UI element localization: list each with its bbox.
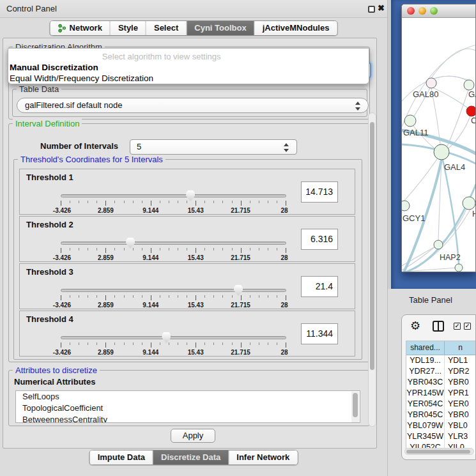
tab-jactivemnodules[interactable]: jActiveMNodules <box>255 21 337 35</box>
table-row[interactable]: YDR27...YDR2 <box>406 366 476 377</box>
attributes-group: Attributes to discretize Numerical Attri… <box>8 370 370 426</box>
number-of-intervals-spinner[interactable]: 5 <box>130 139 297 155</box>
node-gal4[interactable] <box>434 144 449 160</box>
table-row[interactable]: YLR345WYLR3 <box>406 431 476 442</box>
tab-infer-network[interactable]: Infer Network <box>229 450 297 464</box>
table-horizontal-scrollbar[interactable] <box>404 448 474 455</box>
top-tab-bar: Network Style Select Cyni Toolbox jActiv… <box>50 20 338 36</box>
apply-button[interactable]: Apply <box>171 429 215 443</box>
threshold-4-slider[interactable]: -3.4262.8599.14415.4321.71528 <box>61 334 286 357</box>
tab-cyni-toolbox[interactable]: Cyni Toolbox <box>187 21 254 35</box>
tab-network[interactable]: Network <box>50 21 111 35</box>
threshold-1-value-field[interactable]: 14.713 <box>301 181 338 203</box>
node-bottom[interactable] <box>455 264 463 272</box>
checkbox-icon[interactable]: ✓ <box>454 323 461 330</box>
threshold-2-box: Threshold 2 -3.4262.8599.14415.4321.7152… <box>19 216 355 262</box>
dropdown-placeholder: Select algorithm to view settings <box>8 52 314 61</box>
list-item[interactable]: TopologicalCoefficient <box>16 403 360 414</box>
slider-track[interactable] <box>61 289 286 292</box>
thresholds-group-title: Threshold's Coordinates for 5 Intervals <box>18 155 165 164</box>
content-vertical-scrollbar[interactable] <box>368 112 376 427</box>
threshold-2-value-field[interactable]: 6.316 <box>301 229 338 250</box>
list-item[interactable]: SelfLoops <box>16 391 360 403</box>
threshold-4-value-field[interactable]: 11.344 <box>301 323 338 344</box>
table-panel-card: ⚙ ✓ ✓ shared... n YDL19...YDL1 YDR27...Y… <box>401 314 476 460</box>
network-window[interactable]: GAL80 GA GAL11 C GAL4 GCY1 H HAP2 <box>401 4 476 272</box>
node-gcy1[interactable] <box>402 201 410 211</box>
cyni-toolbox-content: Discretization Algorithm Table Data galF… <box>3 38 377 449</box>
slider-scale: -3.4262.8599.14415.4321.71528 <box>61 254 286 262</box>
node-hap2[interactable] <box>434 240 443 249</box>
node-label: GA <box>468 89 476 99</box>
table-row[interactable]: YER054CYER0 <box>406 399 476 410</box>
float-window-icon[interactable] <box>368 6 375 13</box>
algorithm-dropdown-popup: Select algorithm to view settings Manual… <box>8 48 369 84</box>
control-panel: Control Panel ✖ Network Style Select Cyn… <box>0 0 388 476</box>
scrollbar-thumb[interactable] <box>370 122 374 370</box>
table-panel-title: Table Panel <box>409 295 452 305</box>
node-label: C <box>471 116 476 125</box>
table-row[interactable]: YBR045CYBR0 <box>406 410 476 420</box>
list-scrollbar[interactable] <box>351 392 359 423</box>
tab-style[interactable]: Style <box>111 21 146 35</box>
node-red[interactable] <box>466 106 476 116</box>
table-row[interactable]: YBL079WYBL0 <box>406 420 476 431</box>
threshold-4-box: Threshold 4 -3.4262.8599.14415.4321.7152… <box>19 311 355 357</box>
threshold-1-slider-thumb[interactable] <box>186 190 195 201</box>
slider-track[interactable] <box>61 242 286 245</box>
threshold-3-slider[interactable]: -3.4262.8599.14415.4321.71528 <box>61 287 286 310</box>
close-icon[interactable]: ✖ <box>378 3 385 13</box>
table-data-selected-value: galFiltered.sif default node <box>25 100 122 110</box>
node-gal80[interactable] <box>426 78 436 88</box>
threshold-1-box: Threshold 1 -3.4262.8599.14415.4321.7152… <box>19 169 355 215</box>
thresholds-group: Threshold's Coordinates for 5 Intervals … <box>13 159 362 360</box>
node-label: GAL11 <box>403 128 429 137</box>
tab-impute-data[interactable]: Impute Data <box>90 450 153 464</box>
threshold-3-value-field[interactable]: 21.4 <box>301 276 338 297</box>
app-root: Control Panel ✖ Network Style Select Cyn… <box>0 0 476 476</box>
node-gal11[interactable] <box>404 115 416 127</box>
network-icon <box>58 24 66 33</box>
interval-group-title: Interval Definition <box>13 119 82 128</box>
table-header: shared... n <box>406 341 476 355</box>
table-data-group-title: Table Data <box>17 84 61 94</box>
node-upper-right[interactable] <box>464 80 474 90</box>
tab-discretize-data[interactable]: Discretize Data <box>153 450 229 464</box>
column-header-shared-name[interactable]: shared... <box>406 341 445 355</box>
threshold-3-box: Threshold 3 -3.4262.8599.14415.4321.7152… <box>19 263 355 309</box>
scrollbar-thumb[interactable] <box>406 450 470 454</box>
table-row[interactable]: YBR043CYBR0 <box>406 377 476 388</box>
option-manual-discretization[interactable]: Manual Discretization <box>10 63 98 72</box>
intervals-value: 5 <box>137 142 141 151</box>
threshold-2-slider[interactable]: -3.4262.8599.14415.4321.71528 <box>61 240 286 263</box>
slider-track[interactable] <box>61 194 286 197</box>
node-h[interactable] <box>463 197 475 210</box>
table-row[interactable]: YPR145WYPR1 <box>406 388 476 399</box>
threshold-1-slider[interactable]: -3.4262.8599.14415.4321.71528 <box>61 192 286 215</box>
spinner-updown-arrows-icon <box>283 142 289 153</box>
minimize-traffic-light[interactable] <box>418 7 426 15</box>
tab-label: Network <box>70 23 102 33</box>
close-traffic-light[interactable] <box>407 7 415 15</box>
node-label: H <box>472 209 476 219</box>
table-data-combobox[interactable]: galFiltered.sif default node <box>17 98 369 113</box>
column-header-name[interactable]: n <box>445 341 476 355</box>
bottom-tab-bar: Impute Data Discretize Data Infer Networ… <box>89 450 298 465</box>
threshold-2-slider-thumb[interactable] <box>126 238 135 249</box>
tab-select[interactable]: Select <box>146 21 187 35</box>
attributes-group-title: Attributes to discretize <box>13 365 100 375</box>
node-table: shared... n YDL19...YDL1 YDR27...YDR2 YB… <box>406 341 476 454</box>
node-label: GAL80 <box>413 89 438 99</box>
split-columns-icon[interactable] <box>433 321 444 332</box>
table-row[interactable]: YDL19...YDL1 <box>406 355 476 366</box>
threshold-4-slider-thumb[interactable] <box>162 332 171 343</box>
option-equal-width-frequency[interactable]: Equal Width/Frequency Discretization <box>10 73 153 83</box>
node-label: HAP2 <box>440 253 461 262</box>
checkbox-icon[interactable]: ✓ <box>464 323 471 330</box>
panel-title: Control Panel <box>6 4 57 13</box>
list-item[interactable]: BetweennessCentrality <box>16 414 360 423</box>
gear-icon[interactable]: ⚙ <box>410 319 420 333</box>
slider-track[interactable] <box>61 336 286 339</box>
zoom-traffic-light[interactable] <box>430 7 438 15</box>
threshold-3-slider-thumb[interactable] <box>234 285 243 296</box>
